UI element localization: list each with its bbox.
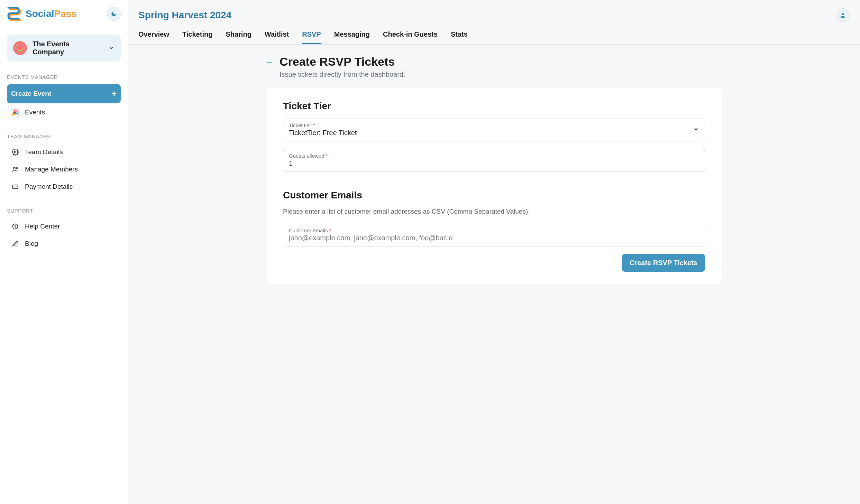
ticket-tier-value: TicketTier: Free Ticket bbox=[289, 129, 699, 137]
team-details-label: Team Details bbox=[25, 148, 63, 156]
tab-ticketing[interactable]: Ticketing bbox=[182, 30, 212, 44]
sidebar-item-create-event[interactable]: Create Event + bbox=[7, 84, 121, 103]
sidebar-item-events[interactable]: 🎉 Events bbox=[7, 103, 121, 121]
svg-rect-3 bbox=[13, 185, 18, 189]
logo-text: SocialPass bbox=[26, 8, 77, 19]
sidebar-top: SocialPass bbox=[7, 7, 121, 21]
moon-icon bbox=[111, 11, 117, 17]
back-arrow-icon[interactable]: ← bbox=[266, 58, 273, 67]
main-header: Spring Harvest 2024 Overview Ticketing S… bbox=[128, 0, 860, 45]
sidebar-item-team-details[interactable]: Team Details bbox=[7, 143, 121, 161]
header-row: Spring Harvest 2024 bbox=[138, 8, 850, 22]
svg-point-6 bbox=[842, 13, 844, 15]
tabs: Overview Ticketing Sharing Waitlist RSVP… bbox=[138, 30, 850, 44]
tab-sharing[interactable]: Sharing bbox=[226, 30, 251, 44]
ticket-tier-field[interactable]: Ticket tier * TicketTier: Free Ticket bbox=[283, 119, 705, 141]
tab-waitlist[interactable]: Waitlist bbox=[265, 30, 289, 44]
user-icon bbox=[840, 12, 846, 18]
page-title: Create RSVP Tickets bbox=[280, 55, 405, 68]
events-label: Events bbox=[25, 109, 45, 116]
create-rsvp-tickets-button[interactable]: Create RSVP Tickets bbox=[622, 254, 705, 272]
ticket-tier-label: Ticket tier * bbox=[289, 122, 699, 128]
guests-allowed-field[interactable]: Guests allowed * bbox=[283, 149, 705, 172]
page-head: ← Create RSVP Tickets Issue tickets dire… bbox=[266, 55, 722, 78]
tab-overview[interactable]: Overview bbox=[138, 30, 169, 44]
org-selector[interactable]: 🍉 The Events Company bbox=[7, 35, 121, 62]
chevron-down-icon bbox=[693, 126, 699, 134]
form-card: Ticket Tier Ticket tier * TicketTier: Fr… bbox=[266, 88, 722, 284]
page-head-text: Create RSVP Tickets Issue tickets direct… bbox=[280, 55, 405, 78]
tab-messaging[interactable]: Messaging bbox=[334, 30, 370, 44]
theme-toggle-button[interactable] bbox=[107, 7, 121, 21]
section-label-support: SUPPORT bbox=[7, 208, 121, 214]
user-menu-button[interactable] bbox=[836, 8, 850, 22]
customer-emails-input[interactable] bbox=[289, 234, 699, 242]
customer-emails-label: Customer emails * bbox=[289, 227, 699, 233]
submit-row: Create RSVP Tickets bbox=[283, 254, 705, 272]
create-event-label: Create Event bbox=[11, 90, 51, 97]
section-label-events: EVENTS MANAGER bbox=[7, 74, 121, 80]
svg-point-2 bbox=[16, 167, 17, 169]
chevron-down-icon bbox=[108, 45, 115, 51]
event-title: Spring Harvest 2024 bbox=[138, 10, 231, 21]
svg-point-1 bbox=[13, 167, 15, 169]
sidebar-item-help-center[interactable]: Help Center bbox=[7, 218, 121, 235]
sidebar: SocialPass 🍉 The Events Company EVENTS M… bbox=[0, 0, 128, 504]
people-icon bbox=[11, 166, 19, 173]
svg-point-5 bbox=[15, 228, 15, 228]
edit-icon bbox=[11, 240, 19, 247]
sidebar-item-blog[interactable]: Blog bbox=[7, 235, 121, 252]
customer-emails-field[interactable]: Customer emails * bbox=[283, 224, 705, 246]
page-subtitle: Issue tickets directly from the dashboar… bbox=[280, 71, 405, 78]
blog-label: Blog bbox=[25, 240, 38, 248]
guests-allowed-label: Guests allowed * bbox=[289, 153, 699, 159]
logo[interactable]: SocialPass bbox=[7, 7, 77, 21]
help-center-label: Help Center bbox=[25, 223, 60, 230]
tab-checkin[interactable]: Check-in Guests bbox=[383, 30, 438, 44]
customer-emails-help: Please enter a list of customer email ad… bbox=[283, 208, 705, 215]
plus-icon: + bbox=[112, 89, 117, 99]
org-name: The Events Company bbox=[33, 40, 103, 56]
main: Spring Harvest 2024 Overview Ticketing S… bbox=[128, 0, 860, 504]
sidebar-item-payment-details[interactable]: Payment Details bbox=[7, 178, 121, 195]
customer-emails-heading: Customer Emails bbox=[283, 190, 705, 201]
tab-stats[interactable]: Stats bbox=[451, 30, 468, 44]
tab-rsvp[interactable]: RSVP bbox=[302, 30, 321, 44]
payment-details-label: Payment Details bbox=[25, 183, 73, 190]
org-avatar: 🍉 bbox=[13, 41, 27, 55]
section-label-team: TEAM MANAGER bbox=[7, 133, 121, 139]
svg-point-0 bbox=[15, 151, 16, 153]
card-icon bbox=[11, 183, 19, 190]
guests-allowed-input[interactable] bbox=[289, 159, 699, 167]
logo-icon bbox=[7, 7, 23, 21]
help-icon bbox=[11, 223, 19, 230]
gear-icon bbox=[11, 149, 19, 156]
confetti-icon: 🎉 bbox=[11, 108, 19, 116]
sidebar-item-manage-members[interactable]: Manage Members bbox=[7, 161, 121, 178]
ticket-tier-heading: Ticket Tier bbox=[283, 101, 705, 112]
manage-members-label: Manage Members bbox=[25, 166, 78, 173]
content: ← Create RSVP Tickets Issue tickets dire… bbox=[252, 45, 736, 295]
